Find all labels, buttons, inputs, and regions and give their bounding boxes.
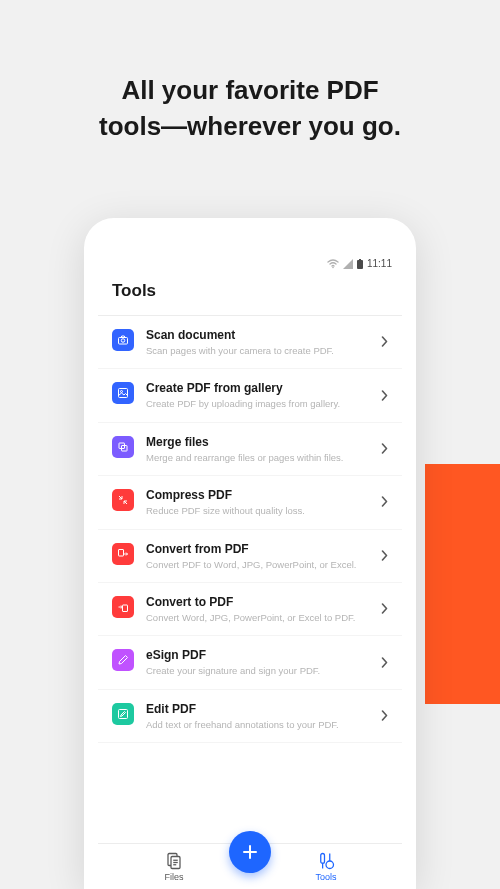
chevron-right-icon bbox=[381, 600, 388, 618]
tool-description: Create PDF by uploading images from gall… bbox=[146, 398, 369, 409]
tool-description: Create your signature and sign your PDF. bbox=[146, 665, 369, 676]
svg-rect-9 bbox=[119, 549, 124, 556]
tool-description: Merge and rearrange files or pages withi… bbox=[146, 452, 369, 463]
svg-rect-5 bbox=[119, 389, 128, 398]
phone-frame: 11:11 Tools Scan documentScan pages with… bbox=[84, 218, 416, 889]
wifi-icon bbox=[327, 259, 339, 269]
tool-title: eSign PDF bbox=[146, 648, 369, 662]
tool-item-convert-to[interactable]: Convert to PDFConvert Word, JPG, PowerPo… bbox=[98, 583, 402, 636]
tool-title: Scan document bbox=[146, 328, 369, 342]
tool-text: Convert to PDFConvert Word, JPG, PowerPo… bbox=[146, 595, 369, 623]
plus-icon bbox=[240, 842, 260, 862]
tool-text: Create PDF from galleryCreate PDF by upl… bbox=[146, 381, 369, 409]
page-title: Tools bbox=[98, 271, 402, 315]
tool-item-compress[interactable]: Compress PDFReduce PDF size without qual… bbox=[98, 476, 402, 529]
tools-icon bbox=[317, 852, 335, 870]
tool-description: Scan pages with your camera to create PD… bbox=[146, 345, 369, 356]
tool-description: Add text or freehand annotations to your… bbox=[146, 719, 369, 730]
hero-line1: All your favorite PDF bbox=[121, 75, 378, 105]
chevron-right-icon bbox=[381, 440, 388, 458]
tool-text: Edit PDFAdd text or freehand annotations… bbox=[146, 702, 369, 730]
decorative-orange-block bbox=[425, 464, 500, 704]
svg-point-19 bbox=[326, 861, 334, 869]
edit-icon bbox=[112, 703, 134, 725]
tool-text: Convert from PDFConvert PDF to Word, JPG… bbox=[146, 542, 369, 570]
svg-rect-1 bbox=[357, 260, 363, 269]
tool-title: Compress PDF bbox=[146, 488, 369, 502]
hero-line2: tools—wherever you go. bbox=[99, 111, 401, 141]
tool-item-merge[interactable]: Merge filesMerge and rearrange files or … bbox=[98, 423, 402, 476]
tool-title: Merge files bbox=[146, 435, 369, 449]
chevron-right-icon bbox=[381, 547, 388, 565]
tool-item-edit[interactable]: Edit PDFAdd text or freehand annotations… bbox=[98, 690, 402, 743]
tool-description: Convert Word, JPG, PowerPoint, or Excel … bbox=[146, 612, 369, 623]
chevron-right-icon bbox=[381, 493, 388, 511]
tool-text: Compress PDFReduce PDF size without qual… bbox=[146, 488, 369, 516]
svg-point-6 bbox=[121, 391, 123, 393]
hero-heading: All your favorite PDF tools—wherever you… bbox=[0, 0, 500, 195]
status-bar: 11:11 bbox=[98, 254, 402, 271]
tab-tools-label: Tools bbox=[315, 872, 336, 882]
convert-from-icon bbox=[112, 543, 134, 565]
tab-files[interactable]: Files bbox=[98, 844, 250, 889]
merge-icon bbox=[112, 436, 134, 458]
svg-rect-10 bbox=[123, 605, 128, 612]
phone-screen: 11:11 Tools Scan documentScan pages with… bbox=[98, 254, 402, 889]
camera-icon bbox=[112, 329, 134, 351]
status-time: 11:11 bbox=[367, 258, 392, 269]
tab-files-label: Files bbox=[164, 872, 183, 882]
files-icon bbox=[165, 852, 183, 870]
chevron-right-icon bbox=[381, 654, 388, 672]
svg-point-4 bbox=[121, 339, 125, 343]
tool-text: eSign PDFCreate your signature and sign … bbox=[146, 648, 369, 676]
tool-item-convert-from[interactable]: Convert from PDFConvert PDF to Word, JPG… bbox=[98, 530, 402, 583]
svg-point-0 bbox=[332, 266, 334, 268]
tool-title: Convert to PDF bbox=[146, 595, 369, 609]
tool-title: Convert from PDF bbox=[146, 542, 369, 556]
chevron-right-icon bbox=[381, 707, 388, 725]
image-icon bbox=[112, 382, 134, 404]
tool-item-camera[interactable]: Scan documentScan pages with your camera… bbox=[98, 316, 402, 369]
tool-text: Merge filesMerge and rearrange files or … bbox=[146, 435, 369, 463]
fab-add-button[interactable] bbox=[229, 831, 271, 873]
tool-title: Edit PDF bbox=[146, 702, 369, 716]
chevron-right-icon bbox=[381, 387, 388, 405]
sign-icon bbox=[112, 649, 134, 671]
tool-item-sign[interactable]: eSign PDFCreate your signature and sign … bbox=[98, 636, 402, 689]
tool-description: Convert PDF to Word, JPG, PowerPoint, or… bbox=[146, 559, 369, 570]
tool-title: Create PDF from gallery bbox=[146, 381, 369, 395]
convert-to-icon bbox=[112, 596, 134, 618]
chevron-right-icon bbox=[381, 333, 388, 351]
tool-description: Reduce PDF size without quality loss. bbox=[146, 505, 369, 516]
tab-tools[interactable]: Tools bbox=[250, 844, 402, 889]
battery-icon bbox=[357, 259, 363, 269]
tool-item-image[interactable]: Create PDF from galleryCreate PDF by upl… bbox=[98, 369, 402, 422]
signal-icon bbox=[343, 259, 353, 269]
tool-list: Scan documentScan pages with your camera… bbox=[98, 316, 402, 743]
svg-rect-2 bbox=[359, 259, 361, 261]
svg-rect-17 bbox=[321, 853, 325, 863]
compress-icon bbox=[112, 489, 134, 511]
tool-text: Scan documentScan pages with your camera… bbox=[146, 328, 369, 356]
